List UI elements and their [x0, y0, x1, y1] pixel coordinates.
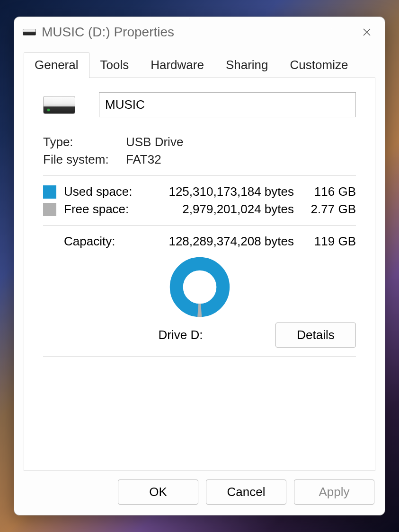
capacity-gb: 119 GB	[301, 234, 356, 249]
divider	[43, 356, 356, 357]
drive-letter-label: Drive D:	[43, 328, 275, 342]
close-icon	[363, 28, 371, 36]
capacity-label: Capacity:	[64, 234, 149, 249]
tab-strip: General Tools Hardware Sharing Customize	[14, 45, 385, 78]
capacity-spacer	[43, 235, 56, 248]
divider	[43, 175, 356, 176]
used-space-gb: 116 GB	[301, 184, 356, 199]
usage-donut-chart	[169, 256, 231, 318]
svg-point-2	[183, 271, 215, 303]
used-space-label: Used space:	[64, 184, 149, 199]
tab-sharing[interactable]: Sharing	[215, 52, 279, 78]
details-button[interactable]: Details	[275, 323, 356, 348]
titlebar: MUSIC (D:) Properties	[14, 17, 385, 45]
drive-icon-small	[23, 29, 36, 35]
cancel-button[interactable]: Cancel	[206, 480, 286, 505]
free-space-gb: 2.77 GB	[301, 202, 356, 217]
tab-tools[interactable]: Tools	[89, 52, 140, 78]
apply-button[interactable]: Apply	[294, 480, 374, 505]
capacity-bytes: 128,289,374,208 bytes	[149, 234, 301, 249]
tab-customize[interactable]: Customize	[279, 52, 359, 78]
tab-general[interactable]: General	[24, 52, 89, 78]
used-space-bytes: 125,310,173,184 bytes	[149, 184, 301, 199]
free-swatch-icon	[43, 203, 56, 216]
dialog-footer: OK Cancel Apply	[14, 471, 385, 515]
divider	[43, 126, 356, 126]
free-space-bytes: 2,979,201,024 bytes	[149, 202, 301, 217]
used-swatch-icon	[43, 185, 56, 199]
filesystem-label: File system:	[43, 152, 126, 167]
drive-icon	[43, 96, 75, 114]
free-space-label: Free space:	[64, 202, 149, 217]
filesystem-value: FAT32	[126, 152, 161, 167]
properties-dialog: MUSIC (D:) Properties General Tools Hard…	[14, 17, 385, 515]
general-panel: Type: USB Drive File system: FAT32 Used …	[24, 78, 375, 471]
ok-button[interactable]: OK	[118, 480, 198, 505]
drive-label-input[interactable]	[99, 92, 356, 117]
tab-hardware[interactable]: Hardware	[140, 52, 215, 78]
type-value: USB Drive	[126, 135, 183, 149]
window-title: MUSIC (D:) Properties	[42, 25, 174, 40]
type-label: Type:	[43, 135, 126, 149]
divider	[43, 225, 356, 226]
close-button[interactable]	[357, 23, 376, 42]
